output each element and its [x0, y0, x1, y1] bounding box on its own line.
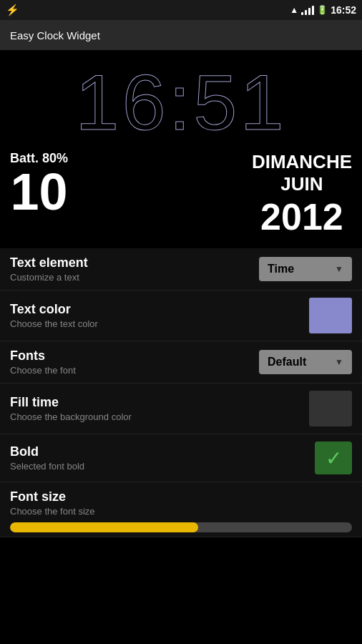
- status-bar-left: ⚡: [6, 4, 19, 16]
- font-size-slider-fill: [10, 522, 198, 532]
- signal-icon: [301, 5, 314, 15]
- font-size-labels: Font size Choose the font size: [10, 489, 352, 517]
- bold-labels: Bold Selected font bold: [10, 444, 84, 472]
- month-name: JUIN: [280, 173, 323, 195]
- fonts-label: Fonts: [10, 348, 76, 364]
- day-name: DIMANCHE: [252, 151, 352, 173]
- day-number: 10: [10, 166, 67, 218]
- font-size-row: Font size Choose the font size: [0, 482, 362, 537]
- clock-bottom: Batt. 80% 10 DIMANCHE JUIN 2012: [10, 151, 352, 238]
- text-element-arrow: ▼: [335, 264, 343, 274]
- date-section: DIMANCHE JUIN 2012: [252, 151, 352, 238]
- fill-time-labels: Fill time Choose the background color: [10, 395, 132, 422]
- status-bar-right: ▲ 🔋 16:52: [290, 4, 356, 16]
- text-color-swatch[interactable]: [309, 298, 352, 333]
- text-element-row: Text element Customize a text Time ▼: [0, 248, 362, 291]
- font-size-slider-track[interactable]: [10, 522, 352, 532]
- text-color-sublabel: Choose the text color: [10, 318, 98, 329]
- fill-time-sublabel: Choose the background color: [10, 411, 132, 422]
- fonts-labels: Fonts Choose the font: [10, 348, 76, 376]
- clock-display: 16:51 Batt. 80% 10 DIMANCHE JUIN 2012: [0, 50, 362, 248]
- status-time: 16:52: [331, 4, 356, 16]
- battery-icon: 🔋: [317, 5, 328, 15]
- text-color-row: Text color Choose the text color: [0, 291, 362, 341]
- bold-sublabel: Selected font bold: [10, 461, 84, 472]
- status-bar: ⚡ ▲ 🔋 16:52: [0, 0, 362, 20]
- usb-icon: ⚡: [6, 4, 19, 16]
- title-bar: Easy Clock Widget: [0, 20, 362, 50]
- year-name: 2012: [260, 195, 343, 238]
- text-color-labels: Text color Choose the text color: [10, 302, 98, 329]
- checkmark-icon: ✓: [326, 447, 342, 470]
- battery-section: Batt. 80% 10: [10, 151, 68, 218]
- wifi-icon: ▲: [290, 5, 298, 15]
- fonts-value: Default: [268, 356, 306, 369]
- bold-label: Bold: [10, 444, 84, 459]
- text-element-value: Time: [268, 263, 294, 275]
- fill-time-row: Fill time Choose the background color: [0, 384, 362, 434]
- font-size-sublabel: Choose the font size: [10, 506, 352, 517]
- fill-time-label: Fill time: [10, 395, 132, 410]
- fonts-sublabel: Choose the font: [10, 365, 76, 376]
- fonts-row: Fonts Choose the font Default ▼: [0, 341, 362, 384]
- font-size-label: Font size: [10, 489, 352, 504]
- text-element-labels: Text element Customize a text: [10, 255, 88, 283]
- app-title: Easy Clock Widget: [10, 29, 100, 42]
- text-element-sublabel: Customize a text: [10, 272, 88, 283]
- bold-row: Bold Selected font bold ✓: [0, 434, 362, 482]
- fonts-dropdown[interactable]: Default ▼: [259, 350, 352, 374]
- bold-checkbox[interactable]: ✓: [315, 441, 352, 474]
- text-color-label: Text color: [10, 302, 98, 317]
- fill-time-swatch[interactable]: [309, 391, 352, 426]
- clock-time: 16:51: [10, 57, 352, 147]
- text-element-label: Text element: [10, 255, 88, 270]
- fonts-arrow: ▼: [335, 357, 343, 367]
- settings-area: Text element Customize a text Time ▼ Tex…: [0, 248, 362, 537]
- text-element-dropdown[interactable]: Time ▼: [259, 257, 352, 281]
